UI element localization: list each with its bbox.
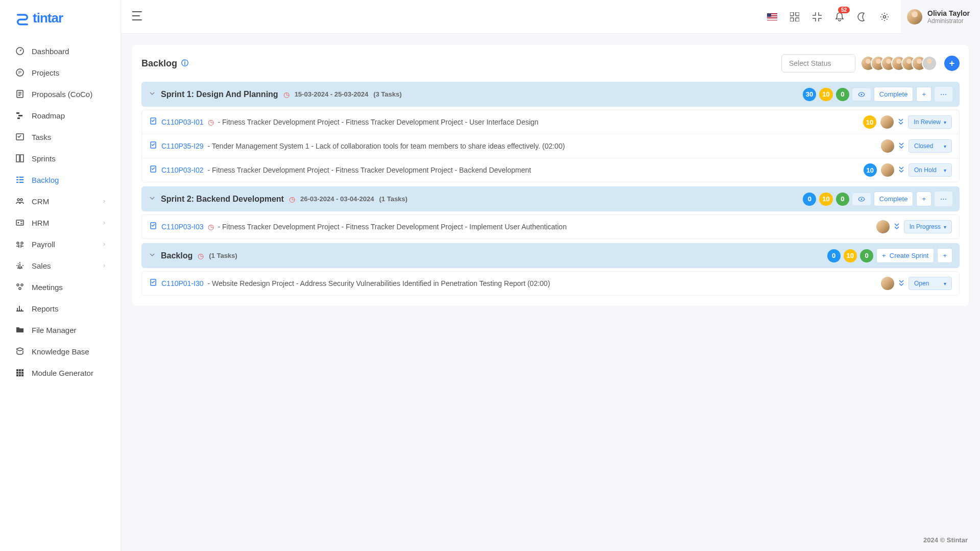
- status-dropdown[interactable]: In Review ▾: [908, 115, 952, 129]
- svg-point-10: [17, 199, 19, 201]
- svg-rect-25: [16, 374, 18, 376]
- sidebar-item-kb[interactable]: Knowledge Base: [0, 341, 121, 362]
- task-points-pill: 10: [864, 163, 877, 177]
- assignee-avatar[interactable]: [881, 277, 894, 290]
- assignee-avatar[interactable]: [881, 139, 894, 153]
- user-box[interactable]: Olivia Taylor Administrator: [901, 0, 980, 34]
- sidebar-item-dashboard[interactable]: Dashboard: [0, 40, 121, 62]
- clipboard-icon: [149, 165, 157, 175]
- clock-icon: ◷: [198, 252, 204, 260]
- task-code[interactable]: C110P35-I29: [161, 142, 204, 150]
- minimize-icon[interactable]: [811, 11, 823, 23]
- hamburger-icon[interactable]: [129, 8, 147, 26]
- view-button[interactable]: [852, 193, 871, 205]
- expand-icon[interactable]: [898, 118, 904, 127]
- sidebar-item-projects[interactable]: PProjects: [0, 62, 121, 83]
- backlog-card: Backlog ⓘ Select Status + Sprint 1: Desi…: [132, 45, 969, 306]
- sidebar-item-backlog[interactable]: Backlog: [0, 169, 121, 190]
- sidebar-item-crm[interactable]: CRM›: [0, 190, 121, 212]
- sidebar-item-filemgr[interactable]: File Manager: [0, 319, 121, 341]
- clipboard-icon: [149, 278, 157, 289]
- sidebar-item-tasks[interactable]: Tasks: [0, 126, 121, 148]
- task-row: C110P03-I01◷ - Fitness Tracker Developme…: [142, 110, 959, 134]
- task-code[interactable]: C110P01-I30: [161, 279, 204, 288]
- sidebar-item-label: Projects: [32, 68, 59, 77]
- svg-rect-31: [796, 18, 799, 21]
- complete-button[interactable]: Complete: [874, 191, 914, 206]
- svg-rect-29: [796, 12, 799, 16]
- nav: DashboardPProjectsProposals (CoCo)Roadma…: [0, 36, 121, 551]
- logo[interactable]: tintar: [0, 0, 121, 36]
- sidebar-item-label: Roadmap: [32, 111, 65, 120]
- svg-rect-4: [16, 112, 19, 114]
- view-button[interactable]: [852, 88, 871, 101]
- avatar-stack[interactable]: [861, 56, 937, 71]
- task-text: - Fitness Tracker Development Project - …: [218, 223, 567, 231]
- expand-icon[interactable]: [898, 142, 904, 151]
- assignee-avatar[interactable]: [880, 115, 894, 129]
- add-task-button[interactable]: +: [937, 248, 952, 263]
- more-button[interactable]: ⋯: [935, 191, 952, 206]
- clipboard-icon: [149, 117, 157, 127]
- sprint-count: (3 Tasks): [373, 90, 401, 98]
- sidebar-item-modgen[interactable]: Module Generator: [0, 362, 121, 384]
- status-dropdown[interactable]: In Progress ▾: [904, 220, 952, 233]
- expand-icon[interactable]: [894, 223, 900, 231]
- info-icon[interactable]: ⓘ: [181, 59, 188, 68]
- sidebar-item-meetings[interactable]: Meetings: [0, 276, 121, 298]
- lang-flag-icon[interactable]: [766, 11, 778, 23]
- expand-icon[interactable]: [898, 166, 904, 175]
- projects-icon: P: [15, 68, 25, 77]
- task-code[interactable]: C110P03-I02: [161, 166, 204, 174]
- sidebar-item-payroll[interactable]: Payroll›: [0, 233, 121, 255]
- sidebar-item-hrm[interactable]: HRM›: [0, 212, 121, 233]
- chevron-down-icon[interactable]: [149, 90, 156, 99]
- status-dropdown[interactable]: Open ▾: [909, 277, 952, 290]
- expand-icon[interactable]: [898, 279, 904, 288]
- task-points-pill: 10: [863, 115, 876, 129]
- assignee-avatar[interactable]: [876, 220, 890, 233]
- assignee-avatar[interactable]: [881, 163, 894, 177]
- status-dropdown[interactable]: Closed ▾: [909, 139, 952, 153]
- clipboard-icon: [149, 141, 157, 151]
- add-member-button[interactable]: +: [944, 56, 960, 71]
- pill-blue: 30: [803, 88, 816, 101]
- apps-icon[interactable]: [788, 11, 801, 23]
- sidebar-item-sales[interactable]: Sales›: [0, 255, 121, 276]
- svg-rect-12: [16, 220, 23, 225]
- hrm-icon: [15, 218, 25, 227]
- bell-icon[interactable]: 52: [833, 11, 846, 23]
- chevron-right-icon: ›: [103, 198, 105, 205]
- pill-green: 0: [860, 249, 873, 262]
- more-button[interactable]: ⋯: [935, 87, 952, 102]
- proposals-icon: [15, 89, 25, 99]
- modgen-icon: [15, 368, 25, 377]
- svg-point-32: [883, 15, 886, 18]
- sidebar-item-reports[interactable]: Reports: [0, 298, 121, 319]
- add-task-button[interactable]: +: [916, 87, 931, 102]
- svg-point-18: [19, 288, 21, 290]
- roadmap-icon: [15, 111, 25, 120]
- sidebar-item-label: Module Generator: [32, 369, 93, 377]
- select-status[interactable]: Select Status: [781, 54, 855, 73]
- moon-icon[interactable]: [856, 11, 868, 23]
- add-task-button[interactable]: +: [916, 191, 931, 206]
- task-code[interactable]: C110P03-I01: [161, 118, 204, 126]
- task-code[interactable]: C110P03-I03: [161, 223, 204, 231]
- sidebar-item-label: CRM: [32, 197, 49, 206]
- task-text: - Website Redesign Project - Address Sec…: [208, 279, 551, 288]
- status-dropdown[interactable]: On Hold ▾: [909, 163, 952, 177]
- chevron-down-icon[interactable]: [149, 251, 156, 260]
- sidebar-item-roadmap[interactable]: Roadmap: [0, 105, 121, 126]
- payroll-icon: [15, 239, 25, 249]
- task-text: - Tender Management System 1 - Lack of c…: [208, 142, 565, 150]
- create-sprint-button[interactable]: + Create Sprint: [876, 248, 934, 263]
- gear-icon[interactable]: [878, 11, 891, 23]
- chevron-down-icon[interactable]: [149, 195, 156, 204]
- sidebar-item-sprints[interactable]: Sprints: [0, 148, 121, 169]
- reports-icon: [15, 304, 25, 313]
- sidebar-item-proposals[interactable]: Proposals (CoCo): [0, 83, 121, 105]
- complete-button[interactable]: Complete: [874, 87, 914, 102]
- sprint-count: (1 Tasks): [379, 195, 408, 203]
- sidebar-item-label: Knowledge Base: [32, 347, 89, 356]
